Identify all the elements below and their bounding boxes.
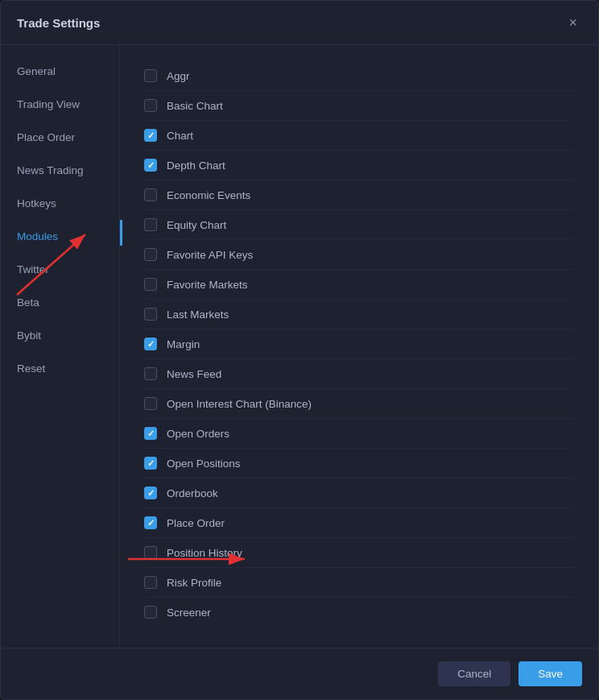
module-row-open-orders: Open Orders [144, 419, 574, 449]
module-row-open-positions: Open Positions [144, 449, 574, 478]
checkbox-orderbook[interactable] [144, 487, 157, 499]
module-row-favorite-markets: Favorite Markets [144, 270, 574, 300]
checkbox-equity-chart[interactable] [144, 218, 157, 231]
modules-arrow [9, 222, 105, 303]
sidebar-item-reset[interactable]: Reset [1, 352, 119, 385]
module-row-depth-chart: Depth Chart [144, 151, 574, 180]
module-row-margin: Margin [144, 329, 574, 359]
module-row-economic-events: Economic Events [144, 180, 574, 210]
module-label-favorite-api-keys: Favorite API Keys [167, 249, 253, 261]
module-label-chart: Chart [167, 130, 193, 142]
module-label-depth-chart: Depth Chart [167, 159, 225, 172]
close-button[interactable]: × [564, 14, 582, 31]
module-row-equity-chart: Equity Chart [144, 210, 574, 240]
screener-arrow [120, 535, 281, 583]
module-label-orderbook: Orderbook [167, 487, 218, 499]
module-row-favorite-api-keys: Favorite API Keys [144, 240, 574, 270]
module-label-equity-chart: Equity Chart [167, 219, 226, 231]
sidebar-item-news-trading[interactable]: News Trading [1, 154, 119, 187]
module-row-screener: Screener [144, 598, 574, 627]
checkbox-basic-chart[interactable] [144, 99, 157, 112]
checkbox-chart[interactable] [144, 129, 157, 142]
module-label-basic-chart: Basic Chart [167, 100, 223, 112]
sidebar-item-bybit[interactable]: Bybit [1, 319, 119, 352]
module-row-news-feed: News Feed [144, 359, 574, 389]
module-label-open-interest-chart: Open Interest Chart (Binance) [167, 398, 312, 410]
checkbox-open-orders[interactable] [144, 427, 157, 440]
dialog-body: GeneralTrading ViewPlace OrderNews Tradi… [1, 45, 598, 648]
module-label-last-markets: Last Markets [167, 309, 229, 321]
module-label-screener: Screener [167, 607, 211, 619]
sidebar-item-trading-view[interactable]: Trading View [1, 88, 119, 121]
module-label-margin: Margin [167, 338, 200, 350]
sidebar-item-place-order[interactable]: Place Order [1, 121, 119, 154]
checkbox-place-order[interactable] [144, 516, 157, 529]
svg-line-1 [17, 234, 85, 295]
checkbox-open-positions[interactable] [144, 457, 157, 470]
sidebar-item-general[interactable]: General [1, 55, 119, 88]
module-label-aggr: Aggr [167, 70, 190, 82]
module-row-basic-chart: Basic Chart [144, 91, 574, 121]
module-label-economic-events: Economic Events [167, 189, 250, 201]
checkbox-news-feed[interactable] [144, 367, 157, 380]
checkbox-depth-chart[interactable] [144, 159, 157, 172]
dialog-header: Trade Settings × [1, 1, 598, 45]
module-row-open-interest-chart: Open Interest Chart (Binance) [144, 389, 574, 419]
trade-settings-dialog: Trade Settings × GeneralTrading ViewPlac… [0, 0, 599, 700]
module-label-open-orders: Open Orders [167, 428, 229, 440]
checkbox-open-interest-chart[interactable] [144, 397, 157, 410]
module-label-news-feed: News Feed [167, 368, 221, 380]
dialog-title: Trade Settings [17, 16, 100, 30]
modules-content: AggrBasic ChartChartDepth ChartEconomic … [120, 45, 598, 648]
sidebar: GeneralTrading ViewPlace OrderNews Tradi… [1, 45, 120, 648]
checkbox-screener[interactable] [144, 606, 157, 619]
module-row-chart: Chart [144, 121, 574, 151]
checkbox-margin[interactable] [144, 338, 157, 350]
module-label-place-order: Place Order [167, 517, 225, 529]
module-row-last-markets: Last Markets [144, 300, 574, 329]
checkbox-favorite-markets[interactable] [144, 278, 157, 291]
dialog-footer: Cancel Save [1, 648, 598, 699]
module-row-aggr: Aggr [144, 61, 574, 91]
checkbox-economic-events[interactable] [144, 188, 157, 201]
save-button[interactable]: Save [518, 661, 582, 686]
checkbox-aggr[interactable] [144, 69, 157, 82]
cancel-button[interactable]: Cancel [438, 661, 510, 686]
checkbox-last-markets[interactable] [144, 308, 157, 321]
module-label-open-positions: Open Positions [167, 458, 241, 470]
module-row-place-order: Place Order [144, 508, 574, 538]
module-row-orderbook: Orderbook [144, 478, 574, 508]
checkbox-favorite-api-keys[interactable] [144, 248, 157, 261]
sidebar-item-hotkeys[interactable]: Hotkeys [1, 187, 119, 220]
module-label-favorite-markets: Favorite Markets [167, 279, 248, 291]
